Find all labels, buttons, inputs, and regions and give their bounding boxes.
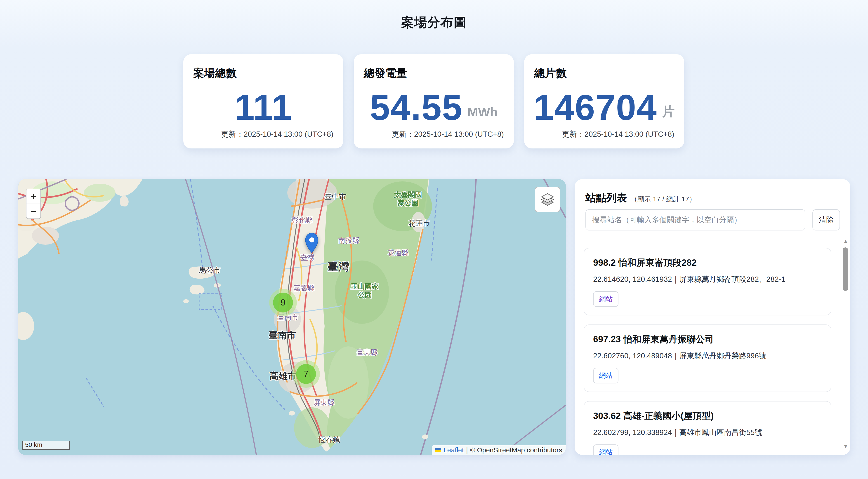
map-place-label: 嘉義縣 <box>293 284 315 292</box>
site-name: 303.62 高雄-正義國小(屋頂型) <box>593 410 822 422</box>
stat-card-updated: 更新：2025-10-14 13:00 (UTC+8) <box>562 129 674 139</box>
map-place-label: 臺東縣 <box>357 348 378 357</box>
panel-title: 站點列表 <box>585 191 627 205</box>
marker-cluster[interactable]: 7 <box>292 360 320 388</box>
osm-attribution: © OpenStreetMap contributors <box>470 446 562 454</box>
stat-card-value-row: 146704 片 <box>524 86 684 129</box>
map-place-label: 太魯閣國 家公園 <box>394 191 422 207</box>
stat-card-label: 總片數 <box>534 66 567 81</box>
ukraine-flag-icon <box>435 448 441 452</box>
marker-cluster[interactable]: 9 <box>269 289 297 316</box>
site-list: 998.2 怡和屏東崙頂段28222.614620, 120.461932｜屏東… <box>584 243 831 455</box>
stat-card-value: 111 <box>235 87 292 128</box>
scroll-down-arrow[interactable]: ▼ <box>843 443 848 449</box>
stat-card-value-row: 54.55 MWh <box>354 86 514 129</box>
site-coordinates-address: 22.602799, 120.338924｜高雄市鳳山區南昌街55號 <box>593 427 822 438</box>
map-place-label: 花蓮市 <box>408 219 430 228</box>
scroll-up-arrow[interactable]: ▲ <box>843 238 848 244</box>
map-place-label: 恆春鎮 <box>318 436 340 444</box>
site-name: 697.23 怡和屏東萬丹振聯公司 <box>593 333 822 346</box>
page-title: 案場分布圖 <box>0 14 868 31</box>
leaflet-map[interactable]: 臺中市太魯閣國 家公園花蓮市彰化縣南投縣花蓮縣臺灣臺灣馬公市嘉義縣玉山國家 公園… <box>18 179 566 455</box>
site-website-button[interactable]: 網站 <box>593 444 618 455</box>
stat-card-updated: 更新：2025-10-14 13:00 (UTC+8) <box>392 129 504 139</box>
panel-header: 站點列表 （顯示 17 / 總計 17） <box>585 191 696 205</box>
layers-icon <box>539 191 556 207</box>
stat-card-total-panels: 總片數 146704 片 更新：2025-10-14 13:00 (UTC+8) <box>524 54 684 149</box>
map-layers-button[interactable] <box>535 187 560 212</box>
stat-card-value-row: 111 <box>183 86 343 129</box>
stat-card-label: 案場總數 <box>193 66 237 81</box>
site-list-panel: 站點列表 （顯示 17 / 總計 17） 清除 998.2 怡和屏東崙頂段282… <box>575 179 850 455</box>
stat-card-label: 總發電量 <box>364 66 407 81</box>
stat-card-updated: 更新：2025-10-14 13:00 (UTC+8) <box>221 129 333 139</box>
map-place-label: 臺南市 <box>269 330 296 341</box>
scrollbar-thumb[interactable] <box>843 247 848 291</box>
map-place-label: 馬公市 <box>199 266 221 275</box>
map-place-label: 臺灣 <box>328 260 350 273</box>
stat-card-unit: MWh <box>467 105 498 119</box>
stat-card-value: 54.55 <box>370 87 463 128</box>
leaflet-link[interactable]: Leaflet <box>443 446 464 454</box>
map-scale-bar: 50 km <box>22 441 70 450</box>
zoom-in-button[interactable]: + <box>26 189 40 203</box>
site-list-item[interactable]: 303.62 高雄-正義國小(屋頂型)22.602799, 120.338924… <box>584 401 831 455</box>
site-website-button[interactable]: 網站 <box>593 291 618 307</box>
map-place-label: 臺中市 <box>324 192 346 201</box>
site-name: 998.2 怡和屏東崙頂段282 <box>593 256 822 269</box>
zoom-out-button[interactable]: − <box>26 204 40 219</box>
stat-card-total-sites: 案場總數 111 更新：2025-10-14 13:00 (UTC+8) <box>183 54 343 149</box>
site-coordinates-address: 22.614620, 120.461932｜屏東縣萬丹鄉崙頂段282、282-1 <box>593 274 822 284</box>
site-website-button[interactable]: 網站 <box>593 368 618 383</box>
map-place-label: 南投縣 <box>338 236 360 245</box>
map-place-label: 彰化縣 <box>292 216 313 224</box>
search-input[interactable] <box>585 209 805 230</box>
site-list-item[interactable]: 998.2 怡和屏東崙頂段28222.614620, 120.461932｜屏東… <box>584 248 831 315</box>
clear-button[interactable]: 清除 <box>812 209 840 230</box>
site-list-item[interactable]: 697.23 怡和屏東萬丹振聯公司22.602760, 120.489048｜屏… <box>584 324 831 392</box>
map-pin-icon[interactable] <box>304 232 319 253</box>
marker-cluster-count: 7 <box>296 364 316 384</box>
attribution-separator: | <box>466 446 468 454</box>
map-place-label: 玉山國家 公園 <box>351 282 379 299</box>
stat-card-unit: 片 <box>662 103 675 121</box>
map-attribution: Leaflet | © OpenStreetMap contributors <box>432 445 566 455</box>
stat-card-value: 146704 <box>534 87 657 128</box>
map-place-label: 臺灣 <box>300 254 314 262</box>
map-place-label: 屏東縣 <box>313 398 335 407</box>
marker-cluster-count: 9 <box>273 293 293 313</box>
map-place-label: 花蓮縣 <box>388 249 409 257</box>
panel-count-note: （顯示 17 / 總計 17） <box>631 195 696 204</box>
site-coordinates-address: 22.602760, 120.489048｜屏東縣萬丹鄉丹榮路996號 <box>593 351 822 361</box>
map-zoom-control: + − <box>26 189 41 219</box>
stat-card-total-generation: 總發電量 54.55 MWh 更新：2025-10-14 13:00 (UTC+… <box>354 54 514 149</box>
stat-cards: 案場總數 111 更新：2025-10-14 13:00 (UTC+8) 總發電… <box>183 54 684 149</box>
